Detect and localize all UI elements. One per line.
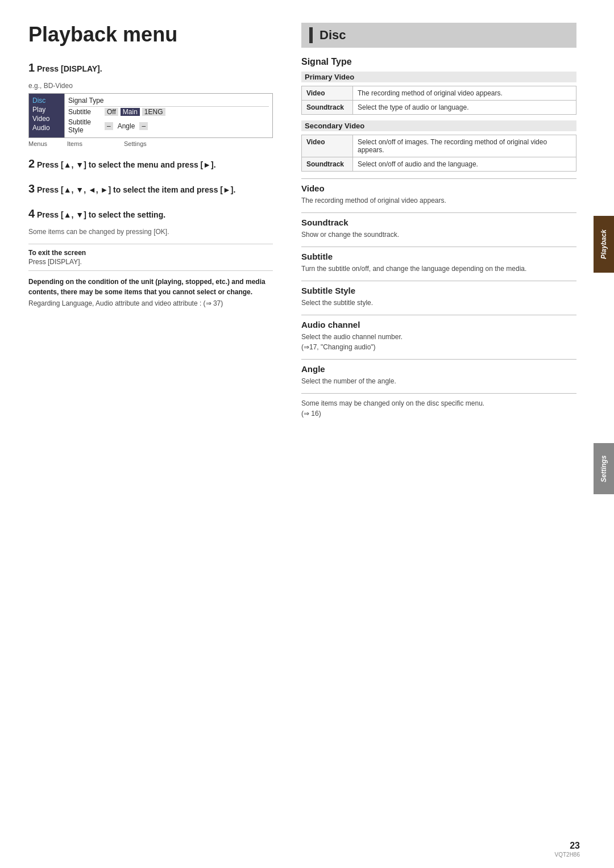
step-3-label: Press [▲, ▼, ◄, ►] to select the item an… <box>37 185 235 194</box>
sv-row2-desc: Select on/off of audio and the language. <box>353 157 576 172</box>
step-4-note: Some items can be changed by pressing [O… <box>28 228 273 236</box>
soundtrack-section: Soundtrack Show or change the soundtrack… <box>301 218 576 240</box>
item-subtitle-label: Subtitle <box>68 108 102 116</box>
soundtrack-desc: Show or change the soundtrack. <box>301 229 576 240</box>
menu-labels: Menus Items Settings <box>28 140 273 147</box>
step-1: 1 Press [DISPLAY]. e.g., BD-Video Disc P… <box>28 59 273 147</box>
step-1-example: e.g., BD-Video <box>28 82 273 90</box>
item-subtitle-style-label: Subtitle Style <box>68 118 102 134</box>
table-row: Video The recording method of original v… <box>302 86 576 101</box>
secondary-video-subheading: Secondary Video <box>301 120 576 131</box>
step-1-label: Press [DISPLAY]. <box>37 64 102 73</box>
warning-block: Depending on the condition of the unit (… <box>28 277 273 307</box>
step-2: 2 Press [▲, ▼] to select the menu and pr… <box>28 155 273 172</box>
step-4-label: Press [▲, ▼] to select the setting. <box>37 210 165 219</box>
label-items: Items <box>67 140 124 147</box>
subtitle-style-section: Subtitle Style Select the subtitle style… <box>301 286 576 308</box>
pv-row1-desc: The recording method of original video a… <box>353 86 576 101</box>
playback-tab: Playback <box>594 216 614 273</box>
divider <box>301 247 576 247</box>
table-row: Soundtrack Select on/off of audio and th… <box>302 157 576 172</box>
step-2-header: 2 Press [▲, ▼] to select the menu and pr… <box>28 155 273 172</box>
subtitle-section: Subtitle Turn the subtitle on/off, and c… <box>301 252 576 274</box>
step-2-number: 2 <box>28 157 35 170</box>
step-1-header: 1 Press [DISPLAY]. <box>28 59 273 76</box>
divider <box>301 393 576 394</box>
item-subtitle-1eng: 1ENG <box>142 108 165 116</box>
subtitle-style-desc: Select the subtitle style. <box>301 298 576 308</box>
step-3-number: 3 <box>28 182 35 195</box>
settings-tab: Settings <box>594 443 614 494</box>
disc-bar <box>309 27 313 43</box>
side-tabs: Playback Settings <box>594 0 614 868</box>
signal-type-section: Signal Type Primary Video Video The reco… <box>301 57 576 172</box>
exit-title: To exit the screen <box>28 249 273 257</box>
warning-note: Regarding Language, Audio attribute and … <box>28 299 273 307</box>
vqt-code: VQT2H86 <box>555 852 580 858</box>
soundtrack-title: Soundtrack <box>301 218 576 227</box>
left-column: Playback menu 1 Press [DISPLAY]. e.g., B… <box>28 23 290 845</box>
angle-section: Angle Select the number of the angle. <box>301 364 576 386</box>
sv-row2-label: Soundtrack <box>302 157 353 172</box>
audio-channel-title: Audio channel <box>301 320 576 329</box>
video-title: Video <box>301 183 576 193</box>
disc-title: Disc <box>320 28 346 43</box>
item-signal-type: Signal Type <box>68 96 269 105</box>
angle-title: Angle <box>301 364 576 374</box>
secondary-video-table: Video Select on/off of images. The recor… <box>301 135 576 172</box>
footer-note: Some items may be changed only on the di… <box>301 398 576 419</box>
divider <box>301 315 576 315</box>
label-menus: Menus <box>28 140 67 147</box>
divider <box>301 212 576 213</box>
table-row: Soundtrack Select the type of audio or l… <box>302 101 576 115</box>
exit-block: To exit the screen Press [DISPLAY]. <box>28 244 273 271</box>
step-4-header: 4 Press [▲, ▼] to select the setting. <box>28 205 273 222</box>
page-number: 23 <box>570 841 580 851</box>
table-row: Video Select on/off of images. The recor… <box>302 135 576 157</box>
step-3-header: 3 Press [▲, ▼, ◄, ►] to select the item … <box>28 180 273 197</box>
exit-desc: Press [DISPLAY]. <box>28 258 273 266</box>
signal-type-heading: Signal Type <box>301 57 576 67</box>
sv-row1-desc: Select on/off of images. The recording m… <box>353 135 576 157</box>
warning-text: Depending on the condition of the unit (… <box>28 277 273 297</box>
subtitle-title: Subtitle <box>301 252 576 261</box>
step-4: 4 Press [▲, ▼] to select the setting. So… <box>28 205 273 236</box>
pv-row2-label: Soundtrack <box>302 101 353 115</box>
sv-row1-label: Video <box>302 135 353 157</box>
primary-video-table: Video The recording method of original v… <box>301 86 576 115</box>
audio-channel-section: Audio channel Select the audio channel n… <box>301 320 576 352</box>
audio-channel-desc: Select the audio channel number.(⇒17, "C… <box>301 332 576 352</box>
primary-video-subheading: Primary Video <box>301 72 576 82</box>
angle-desc: Select the number of the angle. <box>301 376 576 386</box>
subtitle-desc: Turn the subtitle on/off, and change the… <box>301 264 576 274</box>
item-subtitle-off: Off <box>105 108 118 116</box>
divider <box>301 359 576 360</box>
item-subtitle-style-dash2: – <box>139 122 148 130</box>
menu-item-video: Video <box>32 114 61 123</box>
video-section: Video The recording method of original v… <box>301 183 576 206</box>
step-4-number: 4 <box>28 207 35 220</box>
pv-row1-label: Video <box>302 86 353 101</box>
disc-header: Disc <box>301 23 576 48</box>
subtitle-style-title: Subtitle Style <box>301 286 576 295</box>
step-2-label: Press [▲, ▼] to select the menu and pres… <box>37 160 216 169</box>
divider <box>301 178 576 179</box>
label-settings: Settings <box>124 140 181 147</box>
step-1-number: 1 <box>28 61 35 74</box>
menu-item-play: Play <box>32 105 61 114</box>
menu-item-audio: Audio <box>32 123 61 132</box>
page-title: Playback menu <box>28 23 273 47</box>
pv-row2-desc: Select the type of audio or language. <box>353 101 576 115</box>
step-3: 3 Press [▲, ▼, ◄, ►] to select the item … <box>28 180 273 197</box>
menu-item-disc: Disc <box>32 96 61 105</box>
item-subtitle-main: Main <box>121 108 140 116</box>
divider <box>301 281 576 281</box>
video-desc: The recording method of original video a… <box>301 195 576 206</box>
item-subtitle-style-dash1: – <box>105 122 113 130</box>
right-column: Disc Signal Type Primary Video Video The… <box>290 23 576 845</box>
menu-diagram: Disc Play Video Audio Signal Type Subtit… <box>28 93 273 138</box>
item-subtitle-style-angle: Angle <box>115 122 138 130</box>
